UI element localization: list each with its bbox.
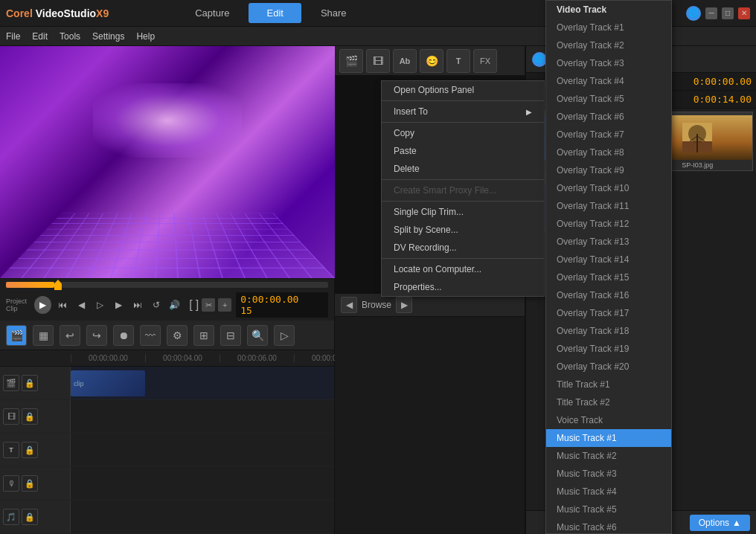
tld-item-overlay-6[interactable]: Overlay Track #6 [546,108,671,126]
tld-item-overlay-13[interactable]: Overlay Track #13 [546,233,671,251]
tld-item-video[interactable]: Video Track [546,1,671,19]
track-lock-music[interactable]: 🔒 [22,509,38,525]
tld-item-music-5[interactable]: Music Track #5 [546,501,671,518]
tl-btn-waveform[interactable]: 〰 [140,325,161,346]
tld-item-music-2[interactable]: Music Track #2 [546,447,671,465]
globe-button[interactable]: 🌐 [686,6,701,21]
menu-settings[interactable]: Settings [92,31,124,42]
menu-tools[interactable]: Tools [60,31,80,42]
end-button[interactable]: ⏭ [130,297,144,312]
ctx-dv-recording[interactable]: DV Recording... [382,239,544,257]
tl-btn-zoom[interactable]: 🔍 [247,325,268,346]
trim-cut[interactable]: ✂ [202,298,215,312]
tld-item-title-2[interactable]: Title Track #2 [546,393,671,411]
tld-item-overlay-8[interactable]: Overlay Track #8 [546,144,671,161]
tld-item-overlay-15[interactable]: Overlay Track #15 [546,268,671,286]
tld-item-overlay-18[interactable]: Overlay Track #18 [546,322,671,340]
tld-item-music-1[interactable]: Music Track #1 [546,429,671,447]
ctx-copy[interactable]: Copy [382,124,544,142]
menu-file[interactable]: File [6,31,20,42]
tl-btn-redo[interactable]: ↪ [86,325,107,346]
browse-label: Browse [362,300,391,310]
tl-btn-split[interactable]: ⊞ [193,325,214,346]
ctx-insert-to-label: Insert To [394,106,428,117]
volume-button[interactable]: 🔊 [167,297,182,312]
progress-bar[interactable] [6,282,328,288]
tld-item-overlay-7[interactable]: Overlay Track #7 [546,126,671,144]
tld-item-music-4[interactable]: Music Track #4 [546,483,671,501]
tld-item-overlay-16[interactable]: Overlay Track #16 [546,286,671,304]
play-button[interactable]: ▶ [34,296,51,314]
close-button[interactable]: ✕ [738,7,750,19]
ctx-insert-to[interactable]: Insert To ▶ [382,103,544,120]
tld-item-overlay-20[interactable]: Overlay Track #20 [546,358,671,376]
maximize-button[interactable]: □ [722,7,734,19]
tld-item-overlay-10[interactable]: Overlay Track #10 [546,179,671,197]
menu-edit[interactable]: Edit [32,31,48,42]
src-btn-t[interactable]: T [446,49,470,73]
slow-play-button[interactable]: ▷ [93,297,107,312]
ctx-locate-computer[interactable]: Locate on Computer... [382,260,544,278]
track-content-video[interactable]: clip [71,367,334,399]
tl-btn-settings[interactable]: ⚙ [167,325,188,346]
tab-share[interactable]: Share [303,3,365,23]
tld-item-overlay-14[interactable]: Overlay Track #14 [546,251,671,268]
tab-capture[interactable]: Capture [177,3,247,23]
tl-btn-film[interactable]: 🎬 [6,325,27,346]
browse-fwd-btn[interactable]: ▶ [396,297,412,313]
trim-add[interactable]: + [218,298,231,312]
tld-item-overlay-19[interactable]: Overlay Track #19 [546,340,671,358]
ctx-split-scene[interactable]: Split by Scene... [382,221,544,239]
options-button[interactable]: Options ▲ [690,515,750,531]
minimize-button[interactable]: ─ [705,7,717,19]
ctx-single-clip-trim[interactable]: Single Clip Trim... [382,203,544,221]
tld-item-overlay-4[interactable]: Overlay Track #4 [546,72,671,90]
tld-item-overlay-2[interactable]: Overlay Track #2 [546,36,671,54]
tld-item-overlay-3[interactable]: Overlay Track #3 [546,54,671,72]
stop-button[interactable]: ⏮ [56,297,70,312]
track-lock-title[interactable]: 🔒 [22,442,38,458]
track-content-overlay[interactable] [71,400,334,433]
timeline-area: 🎬 ▦ ↩ ↪ ⏺ 〰 ⚙ ⊞ ⊟ 🔍 ▷ 00:00:00.00 00:00:… [0,321,334,534]
tl-btn-story[interactable]: ▦ [33,325,54,346]
browse-back-btn[interactable]: ◀ [341,297,357,313]
ctx-delete[interactable]: Delete [382,160,544,178]
tld-item-title-1[interactable]: Title Track #1 [546,376,671,393]
tld-item-overlay-11[interactable]: Overlay Track #11 [546,197,671,215]
src-btn-text[interactable]: Ab [393,49,417,73]
timeline-toolbar: 🎬 ▦ ↩ ↪ ⏺ 〰 ⚙ ⊞ ⊟ 🔍 ▷ [0,321,334,350]
src-btn-fx[interactable]: FX [473,49,497,73]
track-content-title[interactable] [71,434,334,466]
ctx-open-options[interactable]: Open Options Panel [382,81,544,99]
tl-btn-merge[interactable]: ⊟ [220,325,241,346]
tab-edit[interactable]: Edit [249,3,301,23]
tl-btn-undo[interactable]: ↩ [60,325,80,346]
tld-item-overlay-17[interactable]: Overlay Track #17 [546,304,671,322]
track-lock-video[interactable]: 🔒 [22,375,38,391]
track-content-voice[interactable] [71,467,334,500]
loop-button[interactable]: ↺ [149,297,163,312]
tld-item-overlay-1[interactable]: Overlay Track #1 [546,19,671,36]
tld-item-music-6[interactable]: Music Track #6 [546,518,671,534]
tld-item-overlay-5[interactable]: Overlay Track #5 [546,90,671,108]
ruler-mark-4: 00:00:04.00 [145,354,220,362]
tl-btn-record[interactable]: ⏺ [113,325,134,346]
tld-item-overlay-9[interactable]: Overlay Track #9 [546,161,671,179]
next-frame-button[interactable]: ▶ [112,297,126,312]
track-content-music[interactable] [71,501,334,533]
track-lock-voice[interactable]: 🔒 [22,475,38,492]
menu-help[interactable]: Help [136,31,155,42]
src-btn-face[interactable]: 😊 [420,49,443,73]
track-controls-video: 🎬 🔒 [0,367,71,399]
src-btn-film[interactable]: 🎬 [339,49,363,73]
tl-btn-more[interactable]: ▷ [274,325,295,346]
prev-frame-button[interactable]: ◀ [74,297,89,312]
ctx-properties[interactable]: Properties... [382,278,544,296]
src-btn-filmstrip[interactable]: 🎞 [366,49,390,73]
ctx-paste[interactable]: Paste [382,142,544,160]
right-globe-btn[interactable]: 🌐 [532,52,547,67]
tld-item-voice[interactable]: Voice Track [546,411,671,429]
tld-item-music-3[interactable]: Music Track #3 [546,465,671,483]
track-lock-overlay[interactable]: 🔒 [22,408,38,425]
tld-item-overlay-12[interactable]: Overlay Track #12 [546,215,671,233]
